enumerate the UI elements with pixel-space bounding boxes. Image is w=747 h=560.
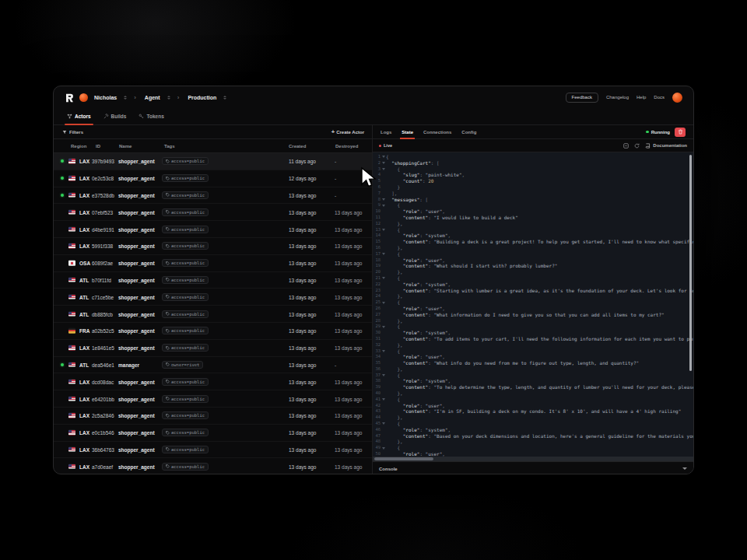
- fold-chevron-icon[interactable]: [381, 374, 386, 376]
- state-json-viewer[interactable]: 1{2 "shoppingCart": [3 {4 "slug": "paint…: [373, 152, 693, 457]
- rivet-logo-icon[interactable]: [65, 93, 75, 103]
- breadcrumb-switcher-icon[interactable]: [124, 96, 127, 100]
- vertical-scrollbar[interactable]: [689, 155, 693, 371]
- horizontal-scrollbar-thumb[interactable]: [374, 457, 433, 460]
- horizontal-scrollbar-track[interactable]: [373, 457, 693, 461]
- refresh-icon[interactable]: [634, 143, 640, 149]
- table-row[interactable]: ATL b70f11fd shopper_agent access=public…: [54, 272, 372, 289]
- console-bar[interactable]: Console: [373, 461, 693, 474]
- code-text: {: [386, 154, 389, 160]
- table-row[interactable]: LAX 1e8461e5 shopper_agent access=public…: [54, 340, 372, 357]
- fold-chevron-icon[interactable]: [381, 156, 386, 158]
- code-line: 37 {: [373, 373, 693, 379]
- fold-chevron-icon[interactable]: [381, 277, 386, 279]
- table-row[interactable]: FRA a02b52c5 shopper_agent access=public…: [54, 323, 372, 340]
- fold-chevron-icon[interactable]: [381, 422, 386, 425]
- code-text: {: [386, 202, 400, 208]
- table-row[interactable]: LAX e37528db shopper_agent access=public…: [54, 187, 372, 205]
- table-row[interactable]: LAX dcd08dac shopper_agent access=public…: [54, 373, 372, 390]
- tag-icon: [166, 312, 170, 316]
- changelog-link[interactable]: Changelog: [606, 95, 629, 100]
- tag-badge: access=public: [162, 157, 209, 165]
- breadcrumb-environment[interactable]: Production: [188, 95, 216, 100]
- user-avatar[interactable]: [79, 93, 88, 102]
- table-row[interactable]: LAX 397b9493 shopper_agent access=public…: [54, 153, 372, 170]
- tag-label: access=public: [171, 159, 205, 163]
- line-number: 4: [373, 172, 381, 178]
- documentation-button[interactable]: Documentation: [645, 143, 687, 149]
- tab-actors[interactable]: Actors: [67, 114, 91, 124]
- destroy-actor-button[interactable]: [675, 128, 686, 137]
- tab-connections[interactable]: Connections: [423, 125, 451, 138]
- tab-builds[interactable]: Builds: [103, 114, 127, 124]
- breadcrumb-workspace[interactable]: Agent: [145, 95, 160, 100]
- tab-tokens[interactable]: Tokens: [139, 114, 163, 124]
- fold-chevron-icon[interactable]: [381, 302, 386, 304]
- fold-chevron-icon[interactable]: [381, 398, 386, 401]
- line-number: 23: [373, 288, 381, 294]
- fold-chevron-icon[interactable]: [381, 198, 386, 201]
- filters-button[interactable]: Filters: [62, 130, 83, 135]
- code-text: "role": "user",: [386, 306, 445, 312]
- fold-chevron-icon[interactable]: [381, 350, 386, 352]
- expand-icon[interactable]: [623, 143, 629, 149]
- fold-chevron-icon[interactable]: [381, 205, 386, 207]
- fold-chevron-icon[interactable]: [381, 326, 386, 328]
- code-text: },: [386, 415, 403, 421]
- table-row[interactable]: LAX 2c5a2846 shopper_agent access=public…: [54, 408, 372, 425]
- table-row[interactable]: LAX 07ebf523 shopper_agent access=public…: [54, 204, 372, 221]
- create-actor-button[interactable]: + Create Actor: [328, 128, 367, 136]
- filters-label: Filters: [69, 130, 83, 135]
- table-row[interactable]: LAX d4be9191 shopper_agent access=public…: [54, 221, 372, 238]
- docs-link[interactable]: Docs: [654, 95, 665, 100]
- table-row[interactable]: OSA 6089f2ae shopper_agent access=public…: [54, 255, 372, 272]
- tag-badge: access=public: [162, 226, 209, 233]
- line-number: 17: [373, 251, 381, 257]
- code-line: 44 },: [373, 415, 693, 421]
- region-code: ATL: [79, 294, 89, 299]
- table-row[interactable]: ATL db885fcb shopper_agent access=public…: [54, 306, 372, 323]
- table-row[interactable]: LAX 0e2c53c8 shopper_agent access=public…: [54, 170, 372, 187]
- tag-icon: [166, 227, 170, 231]
- line-number: 3: [373, 166, 381, 173]
- column-region: Region: [71, 144, 86, 149]
- code-text: {: [386, 445, 400, 451]
- code-text: },: [386, 318, 403, 324]
- region-flag-icon: [68, 278, 75, 283]
- help-link[interactable]: Help: [637, 95, 646, 100]
- region-code: LAX: [79, 226, 89, 232]
- created-at: 13 days ago: [289, 464, 316, 469]
- line-number: 8: [373, 197, 381, 203]
- tag-badge: access=public: [162, 276, 209, 284]
- table-row[interactable]: LAX 5991f338 shopper_agent access=public…: [54, 238, 372, 255]
- feedback-button[interactable]: Feedback: [566, 93, 598, 103]
- table-row[interactable]: LAX a7d0eaef shopper_agent access=public…: [54, 458, 372, 474]
- code-text: "role": "system",: [386, 427, 451, 433]
- breadcrumb-switcher-icon[interactable]: [223, 96, 226, 100]
- table-row[interactable]: ATL dea546e1 manager owner=rivet 13 days…: [54, 357, 372, 374]
- table-row[interactable]: LAX 36b64763 shopper_agent access=public…: [54, 442, 372, 459]
- chevron-down-icon[interactable]: [682, 467, 687, 470]
- profile-avatar[interactable]: [672, 93, 682, 103]
- table-row[interactable]: LAX e64201bb shopper_agent access=public…: [54, 390, 372, 408]
- fold-chevron-icon[interactable]: [381, 229, 386, 231]
- trash-icon: [678, 129, 683, 135]
- fold-chevron-icon[interactable]: [381, 168, 386, 170]
- tag-label: access=public: [171, 430, 205, 435]
- code-line: 9 {: [373, 202, 693, 208]
- create-actor-label: Create Actor: [336, 130, 364, 135]
- table-row[interactable]: ATL c71ce5be shopper_agent access=public…: [54, 289, 372, 306]
- breadcrumb-switcher-icon[interactable]: [167, 96, 170, 100]
- tab-config[interactable]: Config: [461, 125, 476, 138]
- tab-state[interactable]: State: [402, 125, 413, 138]
- fold-chevron-icon[interactable]: [381, 447, 386, 450]
- line-number: 41: [373, 397, 381, 403]
- destroyed-at: 13 days ago: [335, 209, 362, 215]
- fold-chevron-icon[interactable]: [381, 162, 386, 164]
- tag-label: access=public: [171, 243, 205, 248]
- table-row[interactable]: LAX e0c1b546 shopper_agent access=public…: [54, 425, 372, 442]
- breadcrumb-user[interactable]: Nicholas: [94, 95, 117, 100]
- fold-chevron-icon[interactable]: [381, 253, 386, 255]
- code-text: },: [386, 269, 403, 275]
- tab-logs[interactable]: Logs: [381, 125, 391, 138]
